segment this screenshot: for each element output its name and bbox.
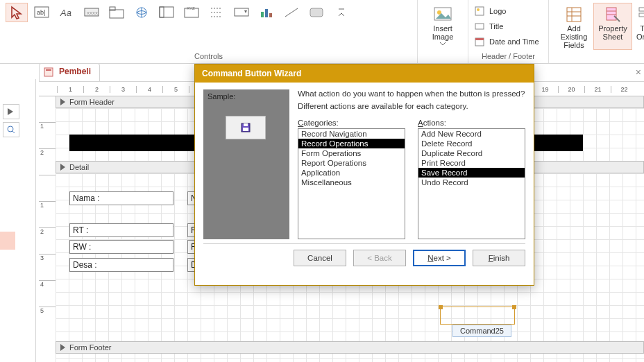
action-option[interactable]: Save Record bbox=[418, 168, 525, 178]
category-option[interactable]: Application bbox=[298, 168, 405, 178]
categories-label: Categories: bbox=[298, 119, 405, 127]
wizard-sample-panel: Sample: bbox=[203, 89, 289, 239]
section-arrow-icon bbox=[60, 164, 65, 171]
combo-icon[interactable] bbox=[230, 3, 253, 22]
section-arrow-icon bbox=[60, 98, 65, 105]
close-icon[interactable]: × bbox=[636, 67, 641, 78]
datetime-button[interactable]: Date and Time bbox=[474, 35, 543, 49]
category-option[interactable]: Report Operations bbox=[298, 158, 405, 168]
save-disk-icon bbox=[240, 122, 251, 133]
headerfooter-group-label: Header / Footer bbox=[474, 52, 543, 62]
property-sheet-button[interactable]: Property Sheet bbox=[593, 3, 632, 50]
action-option[interactable]: Add New Record bbox=[418, 129, 525, 139]
label-icon[interactable]: Aa bbox=[56, 3, 78, 22]
search-icon[interactable] bbox=[3, 122, 19, 137]
actions-listbox[interactable]: Add New RecordDelete RecordDuplicate Rec… bbox=[418, 128, 525, 239]
svg-rect-21 bbox=[475, 24, 484, 29]
categories-listbox[interactable]: Record NavigationRecord OperationsForm O… bbox=[298, 128, 405, 239]
svg-point-20 bbox=[477, 8, 480, 11]
svg-text:XYZ: XYZ bbox=[187, 6, 195, 10]
wizard-subtext: Different actions are available for each… bbox=[298, 102, 525, 110]
expand-nav-icon[interactable] bbox=[3, 104, 19, 119]
hyperlink-icon[interactable] bbox=[130, 3, 153, 22]
svg-rect-26 bbox=[639, 8, 644, 11]
tab-order-button[interactable]: Tab Order bbox=[632, 3, 644, 50]
chart-icon[interactable] bbox=[255, 3, 278, 22]
action-option[interactable]: Undo Record bbox=[418, 178, 525, 187]
category-option[interactable]: Form Operations bbox=[298, 148, 405, 158]
svg-rect-12 bbox=[235, 8, 248, 16]
svg-rect-8 bbox=[160, 7, 173, 17]
button-icon[interactable]: XXXX bbox=[80, 3, 103, 22]
rw-label[interactable]: RW : bbox=[69, 240, 173, 254]
navigation-icon[interactable] bbox=[155, 3, 178, 22]
tab-pembeli[interactable]: Pembeli bbox=[39, 63, 100, 81]
wizard-title: Command Button Wizard bbox=[195, 64, 534, 83]
svg-rect-30 bbox=[46, 69, 51, 71]
svg-rect-19 bbox=[475, 7, 484, 15]
action-option[interactable]: Print Record bbox=[418, 158, 525, 168]
title-icon bbox=[474, 21, 485, 32]
svg-rect-15 bbox=[269, 13, 272, 17]
insert-image-button[interactable]: Insert Image bbox=[423, 3, 462, 46]
ruler-vertical: 1212345 bbox=[39, 96, 56, 362]
calendar-icon bbox=[474, 36, 485, 47]
controls-group-label: Controls bbox=[6, 52, 412, 62]
svg-rect-27 bbox=[639, 13, 644, 17]
cancel-button[interactable]: Cancel bbox=[294, 250, 346, 266]
selected-command-button[interactable] bbox=[440, 307, 515, 325]
back-button: < Back bbox=[353, 250, 406, 266]
select-tool-icon[interactable] bbox=[6, 3, 28, 22]
svg-rect-13 bbox=[261, 12, 264, 17]
svg-rect-33 bbox=[243, 128, 248, 131]
command-button-wizard: Command Button Wizard Sample: What actio… bbox=[194, 64, 534, 286]
finish-button[interactable]: Finish bbox=[473, 250, 525, 266]
nama-label[interactable]: Nama : bbox=[69, 191, 173, 205]
next-button[interactable]: Next > bbox=[413, 250, 466, 266]
navigation-pane-collapsed[interactable] bbox=[0, 79, 36, 362]
title-button[interactable]: Title bbox=[474, 19, 543, 33]
svg-text:XXXX: XXXX bbox=[87, 11, 98, 15]
category-option[interactable]: Record Operations bbox=[298, 139, 405, 148]
svg-point-28 bbox=[8, 126, 13, 132]
selection-name-tooltip: Command25 bbox=[452, 325, 511, 337]
ribbon: ab| Aa XXXX XYZ Controls Insert Image Lo… bbox=[0, 0, 644, 64]
actions-label: Actions: bbox=[418, 119, 525, 127]
logo-button[interactable]: Logo bbox=[474, 4, 543, 18]
nav-accent bbox=[0, 232, 15, 250]
tab-control-icon[interactable] bbox=[105, 3, 128, 22]
svg-rect-24 bbox=[567, 8, 581, 21]
option-group-icon[interactable]: XYZ bbox=[180, 3, 203, 22]
logo-icon bbox=[474, 6, 485, 17]
rt-label[interactable]: RT : bbox=[69, 223, 173, 237]
section-form-footer[interactable]: Form Footer bbox=[56, 341, 644, 354]
line-icon[interactable] bbox=[280, 3, 303, 22]
svg-rect-5 bbox=[110, 10, 124, 18]
textbox-icon[interactable]: ab| bbox=[31, 3, 53, 22]
svg-text:Aa: Aa bbox=[60, 8, 71, 18]
svg-rect-25 bbox=[607, 8, 616, 20]
svg-rect-14 bbox=[265, 9, 268, 17]
action-option[interactable]: Delete Record bbox=[418, 139, 525, 148]
svg-rect-9 bbox=[160, 7, 164, 17]
section-arrow-icon bbox=[60, 344, 65, 351]
svg-rect-29 bbox=[44, 68, 53, 76]
svg-rect-32 bbox=[244, 123, 248, 126]
add-existing-fields-button[interactable]: Add Existing Fields bbox=[554, 3, 593, 50]
sample-button-preview bbox=[226, 116, 266, 139]
svg-rect-16 bbox=[310, 8, 323, 17]
action-option[interactable]: Duplicate Record bbox=[418, 148, 525, 158]
svg-text:ab|: ab| bbox=[37, 9, 45, 16]
chevron-down-icon bbox=[440, 42, 446, 46]
category-option[interactable]: Miscellaneous bbox=[298, 178, 405, 187]
wizard-question: What action do you want to happen when t… bbox=[298, 89, 525, 98]
more-icon[interactable] bbox=[330, 3, 353, 22]
form-icon bbox=[44, 67, 53, 79]
svg-rect-23 bbox=[475, 38, 484, 40]
category-option[interactable]: Record Navigation bbox=[298, 129, 405, 139]
controls-gallery[interactable]: ab| Aa XXXX XYZ bbox=[6, 3, 412, 47]
desa-label[interactable]: Desa : bbox=[69, 258, 173, 272]
toggle-icon[interactable] bbox=[305, 3, 328, 22]
pagebreak-icon[interactable] bbox=[205, 3, 228, 22]
